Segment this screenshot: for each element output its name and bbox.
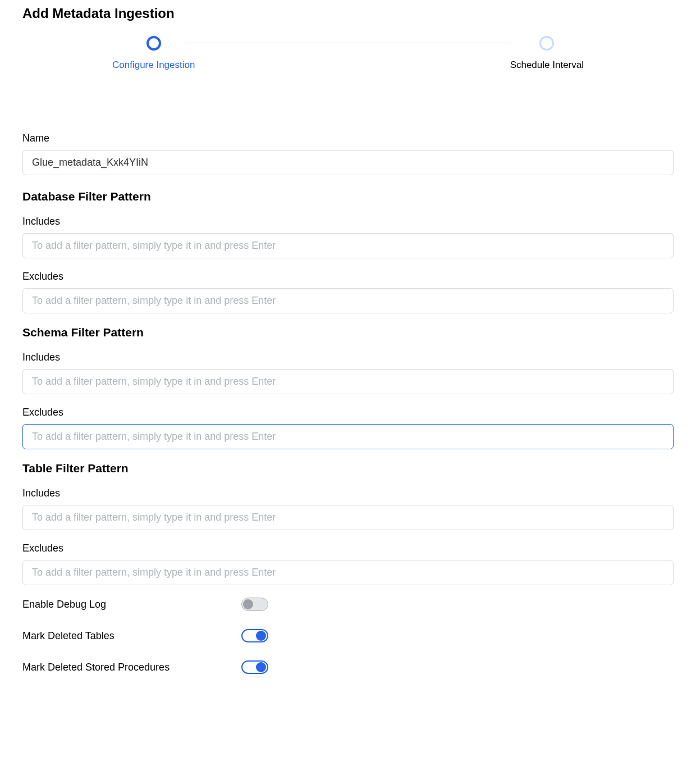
schema-includes-input[interactable] [22, 369, 674, 394]
table-filter-header: Table Filter Pattern [22, 462, 674, 475]
schema-excludes-label: Excludes [22, 407, 674, 418]
mark-deleted-tables-label: Mark Deleted Tables [22, 630, 241, 642]
page-title: Add Metadata Ingestion [22, 6, 674, 21]
stepper-line [185, 43, 511, 43]
stepper: Configure Ingestion Schedule Interval [22, 36, 674, 71]
table-includes-label: Includes [22, 487, 674, 499]
toggle-knob-icon [256, 631, 266, 641]
step-label: Configure Ingestion [112, 60, 195, 71]
database-includes-input[interactable] [22, 233, 674, 258]
name-input[interactable] [22, 150, 674, 175]
table-excludes-label: Excludes [22, 543, 674, 554]
database-excludes-label: Excludes [22, 271, 674, 282]
toggle-knob-icon [256, 662, 266, 672]
mark-deleted-tables-toggle[interactable] [241, 629, 268, 642]
enable-debug-log-toggle[interactable] [241, 598, 268, 611]
mark-deleted-stored-procedures-toggle[interactable] [241, 660, 268, 674]
step-circle-icon [146, 36, 161, 51]
toggle-knob-icon [243, 599, 253, 609]
stepper-step-configure[interactable]: Configure Ingestion [112, 36, 195, 71]
schema-includes-label: Includes [22, 352, 674, 363]
database-filter-header: Database Filter Pattern [22, 190, 674, 203]
name-label: Name [22, 133, 674, 144]
step-circle-icon [539, 36, 554, 51]
mark-deleted-stored-procedures-label: Mark Deleted Stored Procedures [22, 662, 241, 673]
database-includes-label: Includes [22, 216, 674, 227]
table-includes-input[interactable] [22, 505, 674, 530]
step-label: Schedule Interval [510, 60, 584, 71]
database-excludes-input[interactable] [22, 288, 674, 313]
schema-filter-header: Schema Filter Pattern [22, 326, 674, 339]
table-excludes-input[interactable] [22, 560, 674, 585]
stepper-step-schedule[interactable]: Schedule Interval [510, 36, 584, 71]
schema-excludes-input[interactable] [22, 424, 674, 449]
enable-debug-log-label: Enable Debug Log [22, 599, 241, 610]
